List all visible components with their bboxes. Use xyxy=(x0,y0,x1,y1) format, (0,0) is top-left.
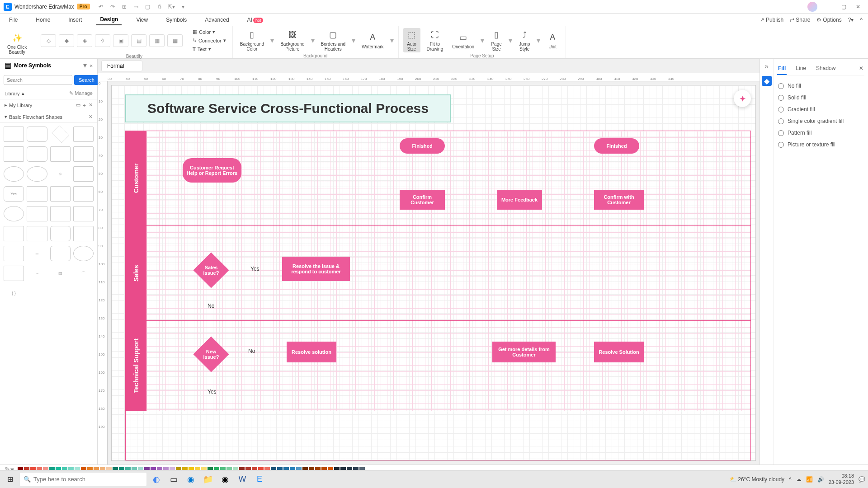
canvas[interactable]: Software Service Cross-Functional Proces… xyxy=(111,85,756,461)
node-sales-q[interactable]: Sales issue? xyxy=(193,252,229,288)
theme-8[interactable]: ▦ xyxy=(167,34,183,47)
radio-pattern[interactable]: Pattern fill xyxy=(777,127,864,139)
new-button[interactable]: ⊞ xyxy=(121,3,128,10)
export-button[interactable]: ⇱▾ xyxy=(168,3,175,10)
fill-mode-icon[interactable]: ◆ xyxy=(762,76,772,86)
edge-icon[interactable]: ◉ xyxy=(184,472,198,487)
start-button[interactable]: ⊞ xyxy=(3,472,17,487)
share-button[interactable]: ⇄ Share xyxy=(790,17,810,23)
document-tab[interactable]: Formal xyxy=(101,61,142,71)
lib-action-1[interactable]: ▭ xyxy=(76,102,80,108)
shape-stored[interactable] xyxy=(27,226,47,241)
flowchart-shapes-header[interactable]: Basic Flowchart Shapes xyxy=(9,114,62,120)
theme-6[interactable]: ▤ xyxy=(131,34,146,47)
open-button[interactable]: ▭ xyxy=(132,3,140,10)
text-dropdown[interactable]: T Text ▾ xyxy=(191,45,228,53)
shape-manual2[interactable] xyxy=(73,226,94,241)
node-resolve-2[interactable]: Resolve solution xyxy=(287,342,336,362)
shape-predef[interactable] xyxy=(50,146,71,162)
help-button[interactable]: ?▾ xyxy=(848,17,854,23)
library-label[interactable]: Library xyxy=(5,91,20,96)
unit[interactable]: AUnit xyxy=(544,31,561,50)
theme-5[interactable]: ▣ xyxy=(113,34,128,47)
swimlane-container[interactable]: Customer Customer Request Help or Report… xyxy=(125,131,751,460)
shape-brace[interactable]: { } xyxy=(4,286,24,301)
symbol-search-input[interactable] xyxy=(4,75,72,85)
lib-action-3[interactable]: ✕ xyxy=(89,102,93,108)
menu-view[interactable]: View xyxy=(132,15,151,25)
shape-loop[interactable] xyxy=(50,246,71,261)
user-avatar[interactable] xyxy=(807,2,817,12)
shape-ellipse[interactable] xyxy=(4,166,24,182)
shape-arrow[interactable]: → xyxy=(27,266,47,281)
page-size[interactable]: ▯Page Size xyxy=(488,28,505,52)
my-library[interactable]: My Library xyxy=(9,103,32,108)
symbol-search-button[interactable]: Search xyxy=(74,75,99,85)
borders-headers[interactable]: ▢Borders and Headers xyxy=(318,28,348,52)
color-dropdown[interactable]: ▦ Color ▾ xyxy=(191,28,228,36)
theme-1[interactable]: ◇ xyxy=(41,34,56,47)
shape-cylinder[interactable] xyxy=(27,186,47,202)
theme-3[interactable]: ◈ xyxy=(77,34,92,47)
connector-dropdown[interactable]: ↳ Connector ▾ xyxy=(191,37,228,44)
theme-4[interactable]: ◊ xyxy=(95,34,110,47)
node-get-more[interactable]: Get more details from Customer xyxy=(492,342,556,362)
weather-widget[interactable]: ⛅ 26°C Mostly cloudy xyxy=(730,476,784,483)
onedrive-icon[interactable]: ☁ xyxy=(796,476,802,483)
bg-picture[interactable]: 🖼Background Picture xyxy=(278,28,307,52)
maximize-button[interactable]: ▢ xyxy=(837,2,850,12)
shape-parallelogram[interactable] xyxy=(4,146,24,162)
shape-actor[interactable]: ☺ xyxy=(50,166,71,182)
close-shapes[interactable]: ✕ xyxy=(89,114,93,120)
shape-yes[interactable]: Yes xyxy=(4,186,24,202)
watermark[interactable]: AWatermark xyxy=(359,31,387,50)
jump-style[interactable]: ⤴Jump Style xyxy=(516,28,533,52)
radio-picture[interactable]: Picture or texture fill xyxy=(777,139,864,150)
collapse-ribbon[interactable]: ^ xyxy=(860,17,863,23)
lane-sales[interactable]: Sales xyxy=(126,226,146,320)
menu-ai[interactable]: AIhot xyxy=(244,15,267,25)
shape-internal[interactable] xyxy=(73,146,94,162)
tab-line[interactable]: Line xyxy=(795,62,807,75)
node-confirm[interactable]: Confirm Customer xyxy=(400,190,445,210)
word-icon[interactable]: W xyxy=(235,472,250,487)
lane-customer[interactable]: Customer xyxy=(126,131,146,225)
shape-circle[interactable] xyxy=(27,166,47,182)
shape-oval2[interactable] xyxy=(4,206,24,221)
one-click-beautify[interactable]: ✨ One Click Beautify xyxy=(5,31,29,56)
close-button[interactable]: ✕ xyxy=(852,2,864,12)
more-qat[interactable]: ▾ xyxy=(179,3,187,10)
wifi-icon[interactable]: 📶 xyxy=(806,476,813,483)
node-feedback[interactable]: More Feedback xyxy=(497,190,542,210)
shape-roundrect[interactable] xyxy=(27,127,47,142)
notifications-icon[interactable]: 💬 xyxy=(859,476,865,483)
clock[interactable]: 08:1823-09-2023 xyxy=(829,473,854,485)
options-button[interactable]: ⚙ Options xyxy=(816,17,841,23)
bg-color[interactable]: ▯Background Color xyxy=(237,28,267,52)
fit-drawing[interactable]: ⛶Fit to Drawing xyxy=(424,28,446,52)
theme-2[interactable]: ◆ xyxy=(59,34,74,47)
publish-button[interactable]: ↗ Publish xyxy=(760,17,783,23)
more-symbols-title[interactable]: More Symbols xyxy=(14,62,80,69)
shape-trap[interactable] xyxy=(73,206,94,221)
undo-button[interactable]: ↶ xyxy=(97,3,104,10)
explorer-icon[interactable]: 📁 xyxy=(201,472,215,487)
ai-assistant-button[interactable]: ✦ xyxy=(734,90,751,107)
shape-note[interactable]: ▤ xyxy=(50,266,71,281)
shape-person[interactable] xyxy=(73,166,94,182)
radio-solid[interactable]: Solid fill xyxy=(777,92,864,103)
diagram-title[interactable]: Software Service Cross-Functional Proces… xyxy=(125,94,451,122)
redo-button[interactable]: ↷ xyxy=(109,3,116,10)
shape-delay2[interactable] xyxy=(50,226,71,241)
tray-chevron[interactable]: ^ xyxy=(789,476,792,483)
cortana-icon[interactable]: ◐ xyxy=(149,472,164,487)
shape-rect[interactable] xyxy=(4,127,24,142)
manage-library[interactable]: ✎ Manage xyxy=(69,90,93,96)
task-view-icon[interactable]: ▭ xyxy=(166,472,181,487)
lib-action-2[interactable]: + xyxy=(83,103,86,108)
node-finished-2[interactable]: Finished xyxy=(594,138,639,154)
shape-frame[interactable] xyxy=(73,186,94,202)
node-confirm-with[interactable]: Confirm with Customer xyxy=(594,190,644,210)
taskbar-search[interactable]: 🔍 Type here to search xyxy=(20,473,146,486)
close-format-panel[interactable]: ✕ xyxy=(858,62,864,75)
